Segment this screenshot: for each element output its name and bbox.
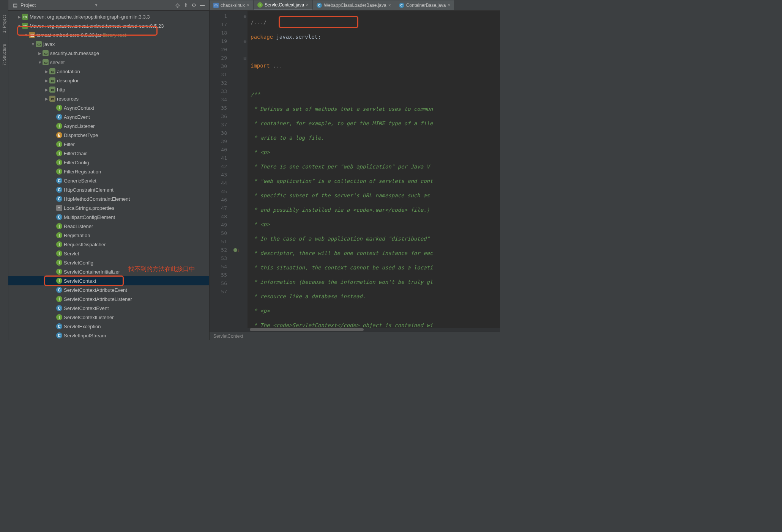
tree-item-servletcontext[interactable]: IServletContext [8,276,209,285]
tree-servlet[interactable]: ▭servlet [8,58,209,67]
tree-resources[interactable]: ▭resources [8,94,209,103]
line-number: 56 [210,279,227,288]
line-number: 38 [210,129,227,137]
line-number: 48 [210,212,227,221]
line-number: 53 [210,254,227,263]
tree-item[interactable]: IServletContextListener [8,313,209,322]
dropdown-icon[interactable]: ▼ [95,3,98,7]
line-number: 36 [210,112,227,121]
class-icon: C [56,187,62,193]
close-icon[interactable]: × [306,2,309,8]
line-number: 50 [210,229,227,238]
line-number: 31 [210,71,227,79]
tree-item[interactable]: IFilterChain [8,149,209,158]
tree-maven-2[interactable]: mMaven: org.apache.tomcat.embed:tomcat-e… [8,21,209,30]
class-icon: C [56,178,62,184]
tree-item[interactable]: CServletInputStream [8,331,209,340]
project-tree[interactable]: mMaven: org.apache.tinkerpop:tinkergraph… [8,11,209,340]
close-icon[interactable]: × [247,3,249,8]
gutter-icons: ↓ [231,11,242,332]
hide-icon[interactable]: — [199,2,205,8]
line-number: 40 [210,146,227,154]
line-number: 54 [210,263,227,271]
tree-item[interactable]: IReadListener [8,222,209,231]
gear-icon[interactable]: ⚙ [191,2,197,8]
interface-icon: I [56,296,62,302]
tree-item[interactable]: IServlet [8,249,209,258]
rail-project[interactable]: 1: Project [2,15,6,33]
target-icon[interactable]: ◎ [174,2,180,8]
line-number: 29 [210,54,227,62]
package-icon: ▭ [36,41,42,47]
tree-item[interactable]: CServletContextAttributeEvent [8,285,209,294]
tree-item[interactable]: CAsyncEvent [8,112,209,121]
tree-item[interactable]: CMultipartConfigElement [8,212,209,222]
class-icon: C [399,3,404,8]
fold-icon[interactable]: ⊕ [242,37,248,46]
class-icon: C [56,214,62,220]
line-number: 47 [210,204,227,212]
interface-icon: I [56,260,62,266]
tree-security[interactable]: ▭security.auth.message [8,49,209,58]
tree-item[interactable]: IServletContextAttributeListener [8,294,209,304]
line-number: 43 [210,171,227,179]
tree-annotation[interactable]: ▭annotation [8,67,209,76]
package-icon: ▭ [49,77,55,83]
line-number: 49 [210,221,227,229]
tree-item[interactable]: IServletConfig [8,258,209,267]
tree-maven-1[interactable]: mMaven: org.apache.tinkerpop:tinkergraph… [8,12,209,21]
tree-item[interactable]: CHttpConstraintElement [8,185,209,194]
line-number: 1 [210,12,227,20]
tree-item[interactable]: IServletContainerInitializer [8,267,209,276]
implements-icon[interactable] [233,248,237,252]
fold-icon[interactable]: ⊕ [242,12,248,20]
tab-container[interactable]: CContainerBase.java× [395,0,455,10]
tree-descriptor[interactable]: ▭descriptor [8,76,209,85]
tab-servletcontext[interactable]: IServletContext.java× [254,0,313,10]
breadcrumb[interactable]: ServletContext [213,334,243,339]
line-number: 34 [210,96,227,104]
tree-item[interactable]: IFilter [8,140,209,149]
tree-item[interactable]: CServletContextEvent [8,304,209,313]
tree-item[interactable]: IAsyncContext [8,103,209,112]
tree-item[interactable]: EDispatcherType [8,131,209,140]
tree-item[interactable]: IFilterConfig [8,158,209,167]
horizontal-scrollbar[interactable] [248,328,500,332]
interface-icon: I [56,141,62,147]
jar-icon: ▣ [29,32,35,38]
interface-icon: I [56,105,62,111]
tree-item[interactable]: CServletException [8,322,209,331]
line-number: 51 [210,238,227,246]
line-number: 45 [210,187,227,196]
fold-icon[interactable]: ⊟ [242,54,248,62]
project-icon: ▤ [12,2,18,8]
close-icon[interactable]: × [448,3,450,8]
line-number: 41 [210,154,227,162]
line-number: 33 [210,87,227,96]
project-title: Project [20,2,92,8]
override-icon[interactable]: ↓ [238,248,240,252]
tree-item[interactable]: CGenericServlet [8,176,209,185]
tree-jar[interactable]: ▣tomcat-embed-core-8.5.23.jarlibrary roo… [8,30,209,39]
rail-structure[interactable]: 7: Structure [2,44,6,66]
tab-webapp[interactable]: CWebappClassLoaderBase.java× [313,0,395,10]
tree-item[interactable]: ≡LocalStrings.properties [8,203,209,212]
tree-item[interactable]: IRegistration [8,231,209,240]
tree-item[interactable]: CHttpMethodConstraintElement [8,194,209,203]
project-panel-header: ▤ Project ▼ ◎ ⇕ ⚙ — [8,0,209,11]
code-editor[interactable]: /.../ package javax.servlet; import ... … [248,11,500,332]
line-number: 18 [210,29,227,37]
line-number: 39 [210,137,227,146]
line-number: 42 [210,162,227,171]
scrollbar-thumb[interactable] [250,328,364,331]
tree-item[interactable]: IFilterRegistration [8,167,209,176]
tab-chaos[interactable]: mchaos-sinux× [210,0,254,10]
tree-http[interactable]: ▭http [8,85,209,94]
close-icon[interactable]: × [388,3,391,8]
project-panel: ▤ Project ▼ ◎ ⇕ ⚙ — mMaven: org.apache.t… [8,0,210,340]
tree-item[interactable]: IRequestDispatcher [8,240,209,249]
tree-javax[interactable]: ▭javax [8,39,209,49]
fold-column: ⊕ ⊕ ⊟ [242,11,248,332]
collapse-icon[interactable]: ⇕ [183,2,189,8]
tree-item[interactable]: IAsyncListener [8,121,209,131]
